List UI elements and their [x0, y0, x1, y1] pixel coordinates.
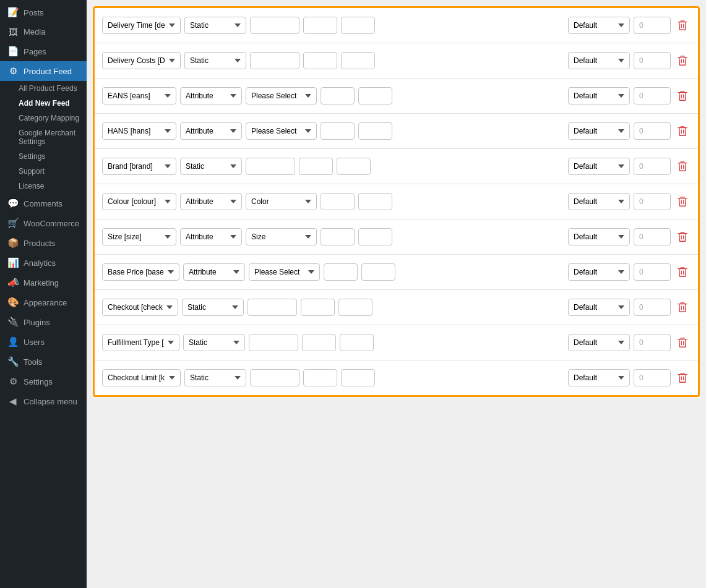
static-value-input-checkout-limit[interactable] [250, 369, 299, 386]
sidebar-item-products[interactable]: 📦 Products [0, 233, 87, 253]
number-input-brand[interactable] [634, 158, 671, 175]
attr-select-hans[interactable]: Please SelectColorSize [246, 122, 317, 140]
sidebar-item-woocommerce[interactable]: 🛒 WooCommerce [0, 213, 87, 233]
number-input-colour[interactable] [634, 193, 671, 210]
field-select-colour[interactable]: Colour [colour] [102, 193, 176, 210]
attr-select-eans[interactable]: Please SelectColorSize [246, 87, 317, 104]
number-input-checkout[interactable] [634, 299, 671, 316]
mid-input-brand[interactable] [299, 158, 333, 175]
delete-button-base-price[interactable] [674, 264, 691, 280]
sidebar-item-product-feed[interactable]: ⚙ Product Feed [0, 61, 87, 81]
static-value-input-delivery-costs[interactable] [250, 52, 299, 69]
delete-button-hans[interactable] [674, 123, 691, 139]
delete-button-eans[interactable] [674, 88, 691, 104]
sidebar-item-add-new[interactable]: Add New Feed [6, 96, 87, 111]
default-select-colour[interactable]: Default [568, 193, 630, 210]
right-input-checkout[interactable] [338, 299, 372, 316]
type-select-fulfillment[interactable]: StaticAttribute [183, 334, 245, 351]
right-input-hans[interactable] [358, 122, 392, 140]
default-select-hans[interactable]: Default [568, 122, 630, 140]
type-select-colour[interactable]: StaticAttribute [180, 193, 242, 210]
default-select-checkout-limit[interactable]: Default [568, 369, 630, 386]
static-value-input-fulfillment[interactable] [249, 334, 298, 351]
sidebar-item-users[interactable]: 👤 Users [0, 332, 87, 352]
default-select-delivery-time[interactable]: Default [568, 17, 630, 34]
number-input-size[interactable] [634, 228, 671, 245]
sidebar-item-media[interactable]: 🖼 Media [0, 22, 87, 41]
type-select-brand[interactable]: StaticAttribute [180, 158, 242, 175]
mid-input-base-price[interactable] [324, 263, 358, 281]
attr-select-colour[interactable]: Please SelectColorSize [246, 193, 317, 210]
number-input-base-price[interactable] [634, 263, 671, 281]
field-select-base-price[interactable]: Base Price [base [102, 263, 179, 281]
type-select-base-price[interactable]: StaticAttribute [183, 263, 245, 281]
type-select-hans[interactable]: StaticAttribute [180, 122, 242, 140]
delete-button-delivery-costs[interactable] [674, 53, 691, 69]
field-select-checkout-limit[interactable]: Checkout Limit [k [102, 369, 181, 386]
mid-input-eans[interactable] [321, 87, 355, 104]
sidebar-item-tools[interactable]: 🔧 Tools [0, 352, 87, 372]
field-select-checkout[interactable]: Checkout [check [102, 299, 178, 316]
sidebar-item-comments[interactable]: 💬 Comments [0, 194, 87, 213]
default-select-checkout[interactable]: Default [568, 299, 630, 316]
delete-button-checkout[interactable] [674, 299, 691, 315]
mid-input-hans[interactable] [321, 122, 355, 140]
field-select-size[interactable]: Size [size] [102, 228, 176, 245]
mid-input-checkout-limit[interactable] [303, 369, 337, 386]
delete-button-size[interactable] [674, 229, 691, 245]
sidebar-item-pages[interactable]: 📄 Pages [0, 41, 87, 61]
sidebar-item-collapse[interactable]: ◀ Collapse menu [0, 391, 87, 411]
default-select-base-price[interactable]: Default [568, 263, 630, 281]
number-input-checkout-limit[interactable] [634, 369, 671, 386]
type-select-checkout-limit[interactable]: StaticAttribute [184, 369, 246, 386]
sidebar-item-posts[interactable]: 📝 Posts [0, 2, 87, 22]
mid-input-fulfillment[interactable] [302, 334, 336, 351]
number-input-delivery-time[interactable] [634, 17, 671, 34]
type-select-checkout[interactable]: StaticAttribute [182, 299, 244, 316]
mid-input-checkout[interactable] [301, 299, 335, 316]
delete-button-brand[interactable] [674, 158, 691, 174]
right-input-size[interactable] [358, 228, 392, 245]
mid-input-size[interactable] [321, 228, 355, 245]
attr-select-size[interactable]: Please SelectColorSize [246, 228, 317, 245]
field-select-eans[interactable]: EANS [eans] [102, 87, 176, 104]
default-select-size[interactable]: Default [568, 228, 630, 245]
sidebar-item-category[interactable]: Category Mapping [6, 111, 87, 126]
right-input-brand[interactable] [337, 158, 371, 175]
attr-select-base-price[interactable]: Please SelectColorSize [249, 263, 320, 281]
type-select-size[interactable]: StaticAttribute [180, 228, 242, 245]
static-value-input-brand[interactable] [246, 158, 295, 175]
number-input-hans[interactable] [634, 122, 671, 140]
sidebar-item-analytics[interactable]: 📊 Analytics [0, 253, 87, 273]
default-select-delivery-costs[interactable]: Default [568, 52, 630, 69]
default-select-fulfillment[interactable]: Default [568, 334, 630, 351]
type-select-delivery-time[interactable]: StaticAttribute [184, 17, 246, 34]
sidebar-item-settings-main[interactable]: ⚙ Settings [0, 372, 87, 391]
right-input-delivery-time[interactable] [341, 17, 375, 34]
sidebar-item-all-feeds[interactable]: All Product Feeds [6, 81, 87, 96]
sidebar-item-plugins[interactable]: 🔌 Plugins [0, 312, 87, 332]
static-value-input-delivery-time[interactable] [250, 17, 299, 34]
right-input-delivery-costs[interactable] [341, 52, 375, 69]
delete-button-fulfillment[interactable] [674, 334, 691, 351]
sidebar-item-appearance[interactable]: 🎨 Appearance [0, 292, 87, 312]
static-value-input-checkout[interactable] [248, 299, 297, 316]
default-select-brand[interactable]: Default [568, 158, 630, 175]
right-input-base-price[interactable] [361, 263, 395, 281]
mid-input-colour[interactable] [321, 193, 355, 210]
field-select-delivery-time[interactable]: Delivery Time [de [102, 17, 181, 34]
right-input-colour[interactable] [358, 193, 392, 210]
delete-button-checkout-limit[interactable] [674, 370, 691, 386]
number-input-delivery-costs[interactable] [634, 52, 671, 69]
delete-button-colour[interactable] [674, 194, 691, 210]
number-input-eans[interactable] [634, 87, 671, 104]
field-select-fulfillment[interactable]: Fulfillment Type [ [102, 334, 179, 351]
type-select-eans[interactable]: StaticAttribute [180, 87, 242, 104]
right-input-checkout-limit[interactable] [341, 369, 375, 386]
field-select-brand[interactable]: Brand [brand] [102, 158, 176, 175]
right-input-fulfillment[interactable] [340, 334, 374, 351]
sidebar-item-support[interactable]: Support [6, 164, 87, 179]
sidebar-item-settings[interactable]: Settings [6, 149, 87, 164]
sidebar-item-marketing[interactable]: 📣 Marketing [0, 273, 87, 292]
number-input-fulfillment[interactable] [634, 334, 671, 351]
